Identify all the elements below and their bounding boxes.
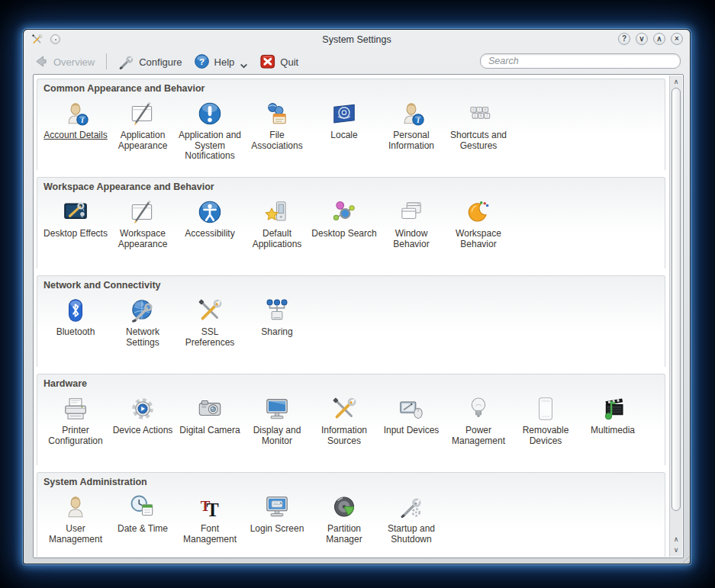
settings-item-display-monitor[interactable]: Display and Monitor: [243, 394, 311, 446]
overview-label: Overview: [53, 56, 95, 69]
section-title: Workspace Appearance and Behavior: [43, 182, 663, 192]
application-appearance-icon: [128, 99, 157, 128]
settings-item-multimedia[interactable]: Multimedia: [579, 394, 646, 436]
item-label: Power Management: [445, 426, 512, 446]
configure-button[interactable]: Configure: [118, 53, 182, 69]
search-input[interactable]: [480, 53, 681, 69]
section-title: System Administration: [43, 477, 663, 487]
item-label: Application Appearance: [109, 130, 176, 151]
settings-item-device-actions[interactable]: Device Actions: [109, 394, 176, 436]
font-management-icon: TT: [195, 493, 224, 522]
partition-manager-icon: [330, 493, 359, 522]
vertical-scrollbar[interactable]: ∧ ∧ ∨: [669, 76, 682, 557]
settings-item-account-details[interactable]: iAccount Details: [42, 99, 109, 141]
settings-item-information-sources[interactable]: Information Sources: [311, 394, 378, 446]
settings-item-digital-camera[interactable]: Digital Camera: [176, 394, 243, 436]
settings-item-shortcuts-gestures[interactable]: uiojklShortcuts and Gestures: [445, 99, 512, 151]
settings-item-network-settings[interactable]: Network Settings: [109, 296, 176, 348]
settings-item-printer-configuration[interactable]: Printer Configuration: [42, 394, 109, 446]
multimedia-icon: [598, 394, 627, 423]
startup-shutdown-icon: [397, 493, 426, 522]
file-associations-icon: [262, 99, 291, 128]
settings-item-desktop-search[interactable]: Desktop Search: [311, 198, 378, 239]
item-label: Shortcuts and Gestures: [445, 130, 512, 151]
date-time-icon: [128, 493, 157, 522]
item-label: Bluetooth: [56, 327, 95, 338]
keep-above-button[interactable]: [50, 34, 60, 44]
settings-item-startup-shutdown[interactable]: Startup and Shutdown: [378, 493, 445, 545]
section-hardware: HardwarePrinter ConfigurationDevice Acti…: [37, 374, 665, 465]
scroll-up-arrow[interactable]: ∧: [670, 76, 682, 87]
default-applications-icon: [262, 198, 291, 227]
settings-item-power-management[interactable]: Power Management: [445, 394, 512, 446]
overview-button[interactable]: Overview: [33, 53, 95, 69]
settings-item-removable-devices[interactable]: Removable Devices: [512, 394, 579, 446]
settings-item-notifications[interactable]: Application and System Notifications: [176, 99, 243, 162]
item-label: Network Settings: [109, 327, 176, 348]
settings-item-application-appearance[interactable]: Application Appearance: [109, 99, 176, 151]
item-label: Account Details: [43, 130, 107, 141]
section-items: Desktop EffectsWorkspace AppearanceAcces…: [42, 198, 663, 249]
settings-item-input-devices[interactable]: Input Devices: [378, 394, 445, 436]
item-label: Startup and Shutdown: [378, 524, 445, 545]
item-label: Accessibility: [185, 229, 234, 239]
settings-item-window-behavior[interactable]: Window Behavior: [378, 198, 445, 249]
settings-item-desktop-effects[interactable]: Desktop Effects: [42, 198, 109, 239]
settings-item-workspace-appearance[interactable]: Workspace Appearance: [109, 198, 176, 249]
section-items: User ManagementDate & TimeTTFont Managem…: [42, 493, 663, 545]
display-monitor-icon: [262, 394, 291, 423]
section-network-and-connectivity: Network and ConnectivityBluetoothNetwork…: [37, 275, 665, 367]
item-label: Desktop Effects: [43, 229, 108, 239]
settings-item-date-time[interactable]: Date & Time: [109, 493, 176, 535]
help-button[interactable]: ? Help: [194, 53, 249, 69]
scroll-down-arrow[interactable]: ∨: [670, 545, 682, 555]
item-label: Workspace Behavior: [445, 229, 512, 249]
scrollbar-thumb[interactable]: [672, 88, 681, 511]
settings-item-ssl-preferences[interactable]: SSL Preferences: [176, 296, 243, 348]
settings-item-user-management[interactable]: User Management: [42, 493, 109, 545]
quit-icon: [259, 53, 275, 69]
item-label: Locale: [330, 130, 357, 141]
section-items: BluetoothNetwork SettingsSSL Preferences…: [42, 296, 663, 348]
close-button[interactable]: ×: [671, 33, 683, 45]
settings-item-personal-information[interactable]: iPersonal Information: [378, 99, 445, 151]
quit-button[interactable]: Quit: [259, 53, 298, 69]
settings-item-partition-manager[interactable]: Partition Manager: [311, 493, 378, 545]
shade-down-button[interactable]: ∨: [636, 33, 648, 45]
account-details-icon: i: [61, 99, 90, 128]
settings-item-bluetooth[interactable]: Bluetooth: [42, 296, 109, 338]
personal-information-icon: i: [397, 99, 426, 128]
shade-up-button[interactable]: ∧: [653, 33, 665, 45]
settings-item-workspace-behavior[interactable]: Workspace Behavior: [445, 198, 512, 249]
scroll-up-arrow-bottom[interactable]: ∧: [670, 534, 682, 545]
settings-item-file-associations[interactable]: File Associations: [243, 99, 311, 151]
titlebar[interactable]: System Settings ? ∨ ∧ ×: [24, 30, 690, 49]
settings-content: Common Appearance and BehavioriAccount D…: [33, 74, 684, 558]
settings-item-sharing[interactable]: Sharing: [243, 296, 311, 338]
window-behavior-icon: [397, 198, 426, 227]
item-label: Date & Time: [118, 524, 168, 535]
ssl-preferences-icon: [195, 296, 224, 325]
item-label: File Associations: [243, 130, 311, 151]
system-settings-app-icon[interactable]: [31, 33, 43, 46]
sharing-icon: [262, 296, 291, 325]
chevron-down-icon[interactable]: [239, 63, 248, 69]
settings-item-locale[interactable]: Locale: [311, 99, 378, 141]
settings-item-accessibility[interactable]: Accessibility: [176, 198, 243, 239]
system-settings-window: System Settings ? ∨ ∧ × Overview Configu…: [23, 29, 691, 564]
item-label: Font Management: [176, 524, 243, 545]
item-label: Login Screen: [250, 524, 304, 535]
settings-sections: Common Appearance and BehavioriAccount D…: [34, 76, 668, 557]
removable-devices-icon: [531, 394, 560, 423]
section-workspace-appearance-and-behavior: Workspace Appearance and BehaviorDesktop…: [37, 177, 665, 268]
settings-item-default-applications[interactable]: Default Applications: [243, 198, 311, 249]
configure-label: Configure: [139, 56, 182, 69]
accessibility-icon: [195, 198, 224, 227]
settings-item-font-management[interactable]: TTFont Management: [176, 493, 243, 545]
svg-text:u: u: [472, 108, 475, 111]
whats-this-button[interactable]: ?: [618, 33, 630, 45]
input-devices-icon: [397, 394, 426, 423]
item-label: Partition Manager: [311, 524, 378, 545]
settings-item-login-screen[interactable]: Login Screen: [243, 493, 311, 535]
power-management-icon: [464, 394, 493, 423]
